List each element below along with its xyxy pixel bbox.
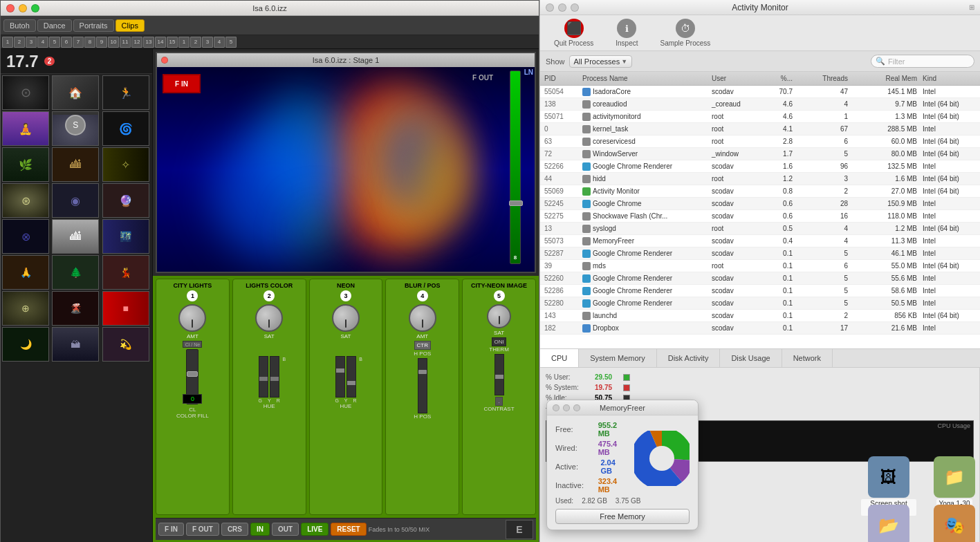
thumb-23[interactable]: 🏔 [52, 327, 99, 362]
slider-handle[interactable] [509, 200, 523, 206]
menu-butoh[interactable]: Butoh [3, 19, 36, 32]
reset-btn[interactable]: RESET [331, 523, 366, 536]
table-row[interactable]: 0 kernel_task root 4.1 67 288.5 MB Intel [540, 123, 980, 136]
knob-2[interactable] [255, 304, 283, 332]
table-row[interactable]: 72 WindowServer _window 1.7 5 80.0 MB In… [540, 148, 980, 160]
slider-b2[interactable]: B [346, 356, 356, 398]
in-btn[interactable]: IN [250, 523, 270, 536]
thumb-22[interactable]: 🌙 [2, 327, 49, 362]
out-btn[interactable]: OUT [272, 523, 299, 536]
thumb-20[interactable]: 🌋 [52, 291, 99, 326]
am-max-btn[interactable] [571, 3, 579, 12]
fout-bottom-btn[interactable]: F OUT [186, 523, 219, 536]
free-memory-button[interactable]: Free Memory [555, 509, 690, 524]
thumb-4[interactable]: 🧘 [2, 111, 49, 146]
slider-b[interactable]: B [270, 356, 279, 398]
tab-disk-usage[interactable]: Disk Usage [720, 349, 782, 367]
thumb-21[interactable]: ■ [102, 291, 149, 326]
yoga-icon[interactable]: 📁 Yoga 1-30 [927, 456, 980, 508]
col-cpu[interactable]: %... [764, 75, 795, 82]
num-13[interactable]: 13 [143, 37, 154, 48]
slider-pos[interactable] [418, 358, 427, 413]
live-btn[interactable]: LIVE [301, 523, 329, 536]
shower-icon[interactable]: 📂 Shower refinishing [861, 505, 916, 542]
thumb-7[interactable]: 🌿 [2, 147, 49, 182]
table-row[interactable]: 52280 Google Chrome Renderer scodav 0.1 … [540, 297, 980, 310]
num-8[interactable]: 8 [84, 37, 95, 48]
table-row[interactable]: 52286 Google Chrome Renderer scodav 0.1 … [540, 285, 980, 297]
num-12[interactable]: 12 [131, 37, 142, 48]
knob-1[interactable] [178, 304, 206, 332]
thumb-6[interactable]: 🌀 [102, 111, 149, 146]
slider-r2[interactable]: R [335, 356, 345, 398]
col-threads[interactable]: Threads [795, 75, 851, 82]
num-s2[interactable]: 2 [190, 37, 201, 48]
num-10[interactable]: 10 [108, 37, 119, 48]
col-kind[interactable]: Kind [920, 75, 979, 82]
thumb-14[interactable]: 🏙 [52, 219, 99, 254]
knob-5[interactable] [487, 304, 511, 328]
num-s3[interactable]: 3 [202, 37, 213, 48]
num-2[interactable]: 2 [14, 37, 25, 48]
col-pid[interactable]: PID [542, 75, 580, 82]
isadora-online-icon[interactable]: 🎭 Isadora Online [927, 505, 980, 542]
fin-bottom-btn[interactable]: F IN [158, 523, 184, 536]
thumb-13[interactable]: ⊗ [2, 219, 49, 254]
tab-disk-activity[interactable]: Disk Activity [657, 349, 721, 367]
sample-process-btn[interactable]: ⏱ Sample Process [655, 16, 716, 50]
slider-r[interactable]: R [259, 356, 268, 398]
col-user[interactable]: User [709, 75, 764, 82]
thumb-1[interactable]: ⊙ [2, 75, 49, 110]
thumb-17[interactable]: 🌲 [52, 255, 99, 290]
ctr-btn[interactable]: CTR [414, 341, 431, 350]
thumb-12[interactable]: 🔮 [102, 183, 149, 218]
table-row[interactable]: 55073 MemoryFreer scodav 0.4 4 11.3 MB I… [540, 235, 980, 247]
close-button[interactable] [6, 4, 15, 12]
thumb-18[interactable]: 💃 [102, 255, 149, 290]
table-row[interactable]: 39 mds root 0.1 6 55.0 MB Intel (64 bit) [540, 260, 980, 272]
num-6[interactable]: 6 [61, 37, 72, 48]
crs-btn[interactable]: CRS [221, 523, 248, 536]
stage-slider[interactable]: 8 [510, 71, 521, 264]
table-row[interactable]: 52275 Shockwave Flash (Chr... scodav 0.6… [540, 210, 980, 223]
on-btn[interactable]: ONI [492, 337, 506, 346]
thumb-19[interactable]: ⊕ [2, 291, 49, 326]
knob-3[interactable] [332, 304, 360, 332]
knob-4[interactable] [409, 304, 436, 332]
num-14[interactable]: 14 [155, 37, 166, 48]
am-min-btn[interactable] [558, 3, 566, 12]
col-real-mem[interactable]: Real Mem [851, 75, 920, 82]
table-row[interactable]: 13 syslogd root 0.5 4 1.2 MB Intel (64 b… [540, 223, 980, 235]
menu-clips[interactable]: Clips [115, 19, 145, 32]
thumb-10[interactable]: ⊛ [2, 183, 49, 218]
am-expand-btn[interactable]: ⊞ [969, 3, 974, 11]
num-4[interactable]: 4 [37, 37, 48, 48]
table-row[interactable]: 182 Dropbox scodav 0.1 17 21.6 MB Intel [540, 322, 980, 335]
e-button[interactable]: E [506, 520, 533, 539]
quit-process-btn[interactable]: ⬛ Quit Process [548, 16, 599, 50]
table-row[interactable]: 44 hidd root 1.2 3 1.6 MB Intel (64 bit) [540, 173, 980, 185]
num-11[interactable]: 11 [120, 37, 131, 48]
minimize-button[interactable] [19, 4, 27, 12]
mf-min-btn[interactable] [563, 404, 570, 411]
table-row[interactable]: 138 coreaudiod _coreaud 4.6 4 9.7 MB Int… [540, 98, 980, 111]
stage-close-btn[interactable] [161, 57, 168, 64]
processes-dropdown[interactable]: All Processes ▼ [569, 55, 633, 68]
table-row[interactable]: 55054 IsadoraCore scodav 70.7 47 145.1 M… [540, 86, 980, 98]
num-3[interactable]: 3 [26, 37, 37, 48]
filter-input[interactable]: 🔍 Filter [871, 55, 974, 68]
thumb-5[interactable]: S [52, 111, 99, 146]
thumb-3[interactable]: 🏃 [102, 75, 149, 110]
tab-cpu[interactable]: CPU [540, 349, 579, 367]
num-15[interactable]: 15 [167, 37, 178, 48]
num-7[interactable]: 7 [73, 37, 84, 48]
menu-portraits[interactable]: Portraits [73, 19, 114, 32]
thumb-8[interactable]: 🏙 [52, 147, 99, 182]
table-row[interactable]: 143 launchd scodav 0.1 2 856 KB Intel (6… [540, 310, 980, 322]
thumb-15[interactable]: 🌃 [102, 219, 149, 254]
num-s1[interactable]: 1 [178, 37, 189, 48]
num-9[interactable]: 9 [96, 37, 107, 48]
table-row[interactable]: 52245 Google Chrome scodav 0.6 28 150.9 … [540, 198, 980, 210]
thumb-2[interactable]: 🏠 [52, 75, 99, 110]
table-row[interactable]: 63 coreservicesd root 2.8 6 60.0 MB Inte… [540, 136, 980, 148]
